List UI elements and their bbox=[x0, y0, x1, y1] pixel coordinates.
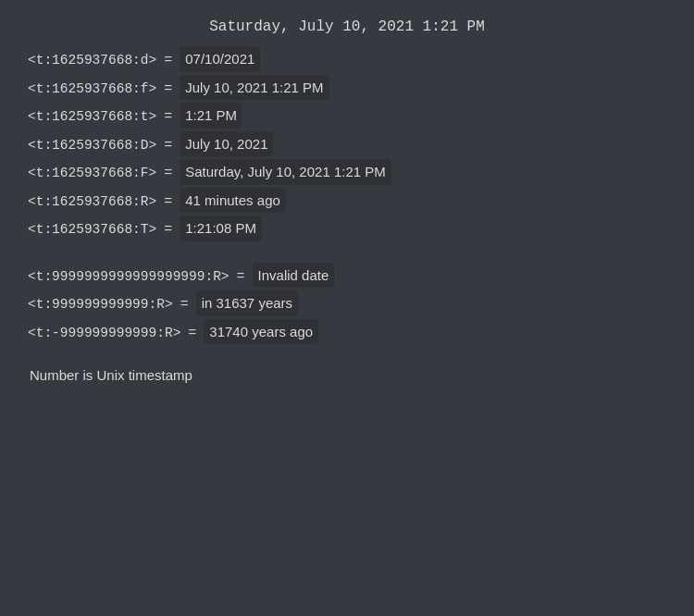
timestamp-tag: <t:-999999999999:R> bbox=[28, 322, 180, 345]
timestamp-tag: <t:1625937668:T> bbox=[28, 218, 156, 241]
timestamp-value: in 31637 years bbox=[196, 290, 298, 316]
equals-sign: = bbox=[164, 49, 172, 73]
table-row: <t:1625937668:R>=41 minutes ago bbox=[28, 188, 666, 215]
equals-sign: = bbox=[188, 322, 196, 346]
timestamp-value: 31740 years ago bbox=[204, 319, 318, 345]
equals-sign: = bbox=[164, 78, 172, 102]
timestamp-value: 1:21 PM bbox=[180, 103, 242, 129]
equals-sign: = bbox=[180, 293, 189, 317]
equals-sign: = bbox=[237, 265, 245, 290]
table-row: <t:999999999999:R>=in 31637 years bbox=[28, 290, 666, 317]
spacer-1 bbox=[28, 244, 666, 261]
timestamp-tag: <t:1625937668:t> bbox=[28, 105, 156, 129]
timestamp-value: July 10, 2021 bbox=[180, 131, 273, 157]
table-row: <t:1625937668:d>=07/10/2021 bbox=[28, 46, 666, 73]
equals-sign: = bbox=[164, 218, 172, 242]
timestamp-value: Saturday, July 10, 2021 1:21 PM bbox=[180, 159, 391, 185]
timestamp-tag: <t:9999999999999999999:R> bbox=[28, 265, 229, 289]
table-row: <t:1625937668:f>=July 10, 2021 1:21 PM bbox=[28, 75, 666, 102]
timestamp-tag: <t:1625937668:R> bbox=[28, 191, 156, 214]
equals-sign: = bbox=[164, 191, 172, 215]
timestamp-value: 41 minutes ago bbox=[180, 188, 286, 214]
table-row: <t:-999999999999:R>=31740 years ago bbox=[28, 319, 666, 346]
timestamp-value: Invalid date bbox=[253, 263, 335, 289]
timestamp-tag: <t:999999999999:R> bbox=[28, 293, 173, 316]
table-row: <t:1625937668:D>=July 10, 2021 bbox=[28, 131, 666, 158]
timestamp-tag: <t:1625937668:F> bbox=[28, 162, 156, 185]
row-group-1: <t:1625937668:d>=07/10/2021<t:1625937668… bbox=[28, 46, 666, 242]
footer-text: Number is Unix timestamp bbox=[28, 367, 666, 383]
equals-sign: = bbox=[164, 162, 172, 186]
tooltip-text: Saturday, July 10, 2021 1:21 PM bbox=[209, 18, 485, 35]
timestamp-tag: <t:1625937668:f> bbox=[28, 78, 156, 101]
table-row: <t:1625937668:t>=1:21 PM bbox=[28, 103, 666, 129]
table-row: <t:9999999999999999999:R>=Invalid date bbox=[28, 263, 666, 290]
timestamp-value: 07/10/2021 bbox=[180, 46, 260, 72]
timestamp-value: 1:21:08 PM bbox=[180, 216, 262, 241]
timestamp-tag: <t:1625937668:D> bbox=[28, 134, 156, 157]
equals-sign: = bbox=[164, 105, 172, 129]
tooltip: Saturday, July 10, 2021 1:21 PM bbox=[209, 18, 485, 35]
timestamp-tag: <t:1625937668:d> bbox=[28, 49, 156, 72]
row-group-2: <t:9999999999999999999:R>=Invalid date<t… bbox=[28, 263, 666, 346]
table-row: <t:1625937668:F>=Saturday, July 10, 2021… bbox=[28, 159, 666, 186]
equals-sign: = bbox=[164, 134, 172, 158]
content-area: <t:1625937668:d>=07/10/2021<t:1625937668… bbox=[19, 35, 675, 392]
timestamp-value: July 10, 2021 1:21 PM bbox=[180, 75, 328, 101]
table-row: <t:1625937668:T>=1:21:08 PM bbox=[28, 216, 666, 242]
